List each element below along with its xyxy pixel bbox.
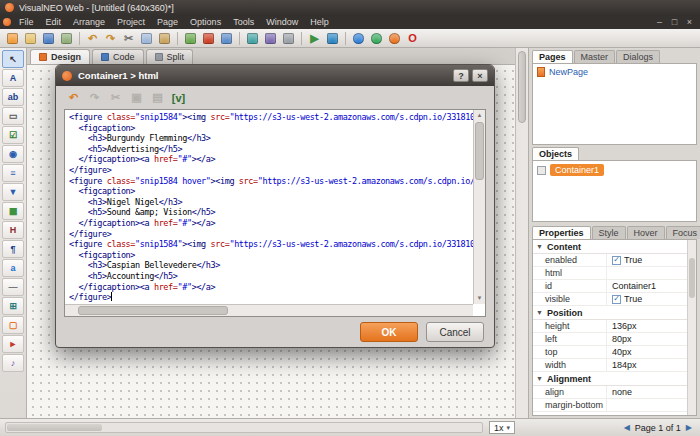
insert-object-icon[interactable] bbox=[244, 30, 261, 46]
property-section-position[interactable]: ▼Position bbox=[533, 306, 696, 320]
grid-icon[interactable] bbox=[280, 30, 297, 46]
checkbox-tool-button[interactable]: ☑ bbox=[2, 126, 24, 144]
menu-options[interactable]: Options bbox=[184, 17, 227, 27]
publish-icon[interactable] bbox=[324, 30, 341, 46]
tab-design[interactable]: Design bbox=[30, 49, 90, 64]
properties-tab-hover[interactable]: Hover bbox=[627, 226, 665, 239]
properties-tab-focus[interactable]: Focus bbox=[666, 226, 700, 239]
property-value[interactable]: ✓True bbox=[607, 294, 696, 304]
image-tool-button[interactable]: ▦ bbox=[2, 202, 24, 220]
menu-edit[interactable]: Edit bbox=[40, 17, 68, 27]
redo-icon[interactable]: ↷ bbox=[102, 30, 119, 46]
properties-tab-properties[interactable]: Properties bbox=[532, 226, 591, 239]
pointer-tool-button[interactable]: ↖ bbox=[2, 50, 24, 68]
property-section-content[interactable]: ▼Content bbox=[533, 240, 696, 254]
radio-tool-button[interactable]: ◉ bbox=[2, 145, 24, 163]
combobox-tool-button[interactable]: ▼ bbox=[2, 183, 24, 201]
textbox-tool-button[interactable]: ab bbox=[2, 88, 24, 106]
label-tool-button[interactable]: A bbox=[2, 69, 24, 87]
cut-icon[interactable]: ✂ bbox=[107, 89, 124, 106]
properties-scrollbar-thumb[interactable] bbox=[689, 258, 695, 298]
open-project-icon[interactable] bbox=[22, 30, 39, 46]
browser-opera-icon[interactable]: O bbox=[404, 30, 421, 46]
cancel-button[interactable]: Cancel bbox=[426, 322, 484, 342]
canvas-vertical-scrollbar[interactable] bbox=[515, 48, 528, 418]
code-editor-text[interactable]: <figure class="snip1584"><img src="https… bbox=[65, 110, 473, 304]
checkbox-checked-icon[interactable]: ✓ bbox=[612, 256, 621, 265]
button-tool-button[interactable]: ▭ bbox=[2, 107, 24, 125]
browser-firefox-icon[interactable] bbox=[386, 30, 403, 46]
dialog-titlebar[interactable]: Container1 > html ? × bbox=[56, 65, 494, 86]
canvas-vertical-scrollbar-thumb[interactable] bbox=[518, 51, 526, 123]
audio-tool-button[interactable]: ♪ bbox=[2, 354, 24, 372]
property-value[interactable]: ✓True bbox=[607, 255, 696, 265]
cut-icon[interactable]: ✂ bbox=[120, 30, 137, 46]
listbox-tool-button[interactable]: ≡ bbox=[2, 164, 24, 182]
menu-file[interactable]: File bbox=[13, 17, 40, 27]
scroll-down-icon[interactable]: ▼ bbox=[474, 293, 485, 304]
property-value[interactable]: 136px bbox=[607, 321, 696, 331]
browser-chrome-icon[interactable] bbox=[368, 30, 385, 46]
properties-scrollbar[interactable] bbox=[687, 240, 696, 415]
paragraph-tool-button[interactable]: ¶ bbox=[2, 240, 24, 258]
property-value[interactable]: none bbox=[607, 387, 696, 397]
code-vertical-scrollbar-thumb[interactable] bbox=[475, 122, 484, 180]
new-project-icon[interactable] bbox=[4, 30, 21, 46]
validate-html-icon[interactable]: [v] bbox=[170, 89, 187, 106]
property-value[interactable]: Container1 bbox=[607, 281, 696, 291]
paste-icon[interactable]: ▤ bbox=[149, 89, 166, 106]
page-properties-icon[interactable] bbox=[218, 30, 235, 46]
object-item[interactable]: Container1 bbox=[533, 161, 696, 179]
video-tool-button[interactable]: ► bbox=[2, 335, 24, 353]
menu-page[interactable]: Page bbox=[151, 17, 184, 27]
minimize-button[interactable]: – bbox=[654, 17, 665, 27]
pages-tab-master[interactable]: Master bbox=[574, 50, 616, 63]
ok-button[interactable]: OK bbox=[360, 322, 418, 342]
browser-ie-icon[interactable] bbox=[350, 30, 367, 46]
paste-icon[interactable] bbox=[156, 30, 173, 46]
properties-tab-style[interactable]: Style bbox=[592, 226, 626, 239]
prev-page-button[interactable]: ◀ bbox=[624, 423, 630, 432]
objects-tab[interactable]: Objects bbox=[532, 147, 579, 160]
canvas-horizontal-scrollbar[interactable] bbox=[5, 422, 483, 433]
undo-icon[interactable]: ↶ bbox=[65, 89, 82, 106]
heading-tool-button[interactable]: H bbox=[2, 221, 24, 239]
close-button[interactable]: × bbox=[684, 17, 695, 27]
property-value[interactable]: 80px bbox=[607, 334, 696, 344]
dialog-close-button[interactable]: × bbox=[472, 69, 488, 82]
copy-icon[interactable] bbox=[138, 30, 155, 46]
code-horizontal-scrollbar-thumb[interactable] bbox=[78, 306, 228, 315]
menu-help[interactable]: Help bbox=[304, 17, 335, 27]
menu-project[interactable]: Project bbox=[111, 17, 151, 27]
code-horizontal-scrollbar[interactable] bbox=[65, 304, 473, 316]
property-value[interactable]: 184px bbox=[607, 360, 696, 370]
property-value[interactable]: 40px bbox=[607, 347, 696, 357]
scroll-up-icon[interactable]: ▲ bbox=[474, 110, 485, 121]
pages-tab-pages[interactable]: Pages bbox=[532, 50, 573, 63]
dialog-help-button[interactable]: ? bbox=[453, 69, 469, 82]
maximize-button[interactable]: □ bbox=[669, 17, 680, 27]
save-project-icon[interactable] bbox=[40, 30, 57, 46]
hr-tool-button[interactable]: — bbox=[2, 278, 24, 296]
page-item[interactable]: NewPage bbox=[533, 64, 696, 80]
code-editor[interactable]: <figure class="snip1584"><img src="https… bbox=[64, 109, 486, 317]
delete-page-icon[interactable] bbox=[200, 30, 217, 46]
copy-icon[interactable]: ▣ bbox=[128, 89, 145, 106]
next-page-button[interactable]: ▶ bbox=[686, 423, 692, 432]
container-tool-button[interactable]: ▢ bbox=[2, 316, 24, 334]
align-icon[interactable] bbox=[262, 30, 279, 46]
zoom-select[interactable]: 1x ▾ bbox=[489, 421, 515, 434]
redo-icon[interactable]: ↷ bbox=[86, 89, 103, 106]
menu-arrange[interactable]: Arrange bbox=[67, 17, 111, 27]
run-preview-icon[interactable]: ▶ bbox=[306, 30, 323, 46]
menu-window[interactable]: Window bbox=[260, 17, 304, 27]
table-tool-button[interactable]: ⊞ bbox=[2, 297, 24, 315]
menu-tools[interactable]: Tools bbox=[227, 17, 260, 27]
tab-code[interactable]: Code bbox=[92, 49, 144, 64]
property-section-alignment[interactable]: ▼Alignment bbox=[533, 372, 696, 386]
add-page-icon[interactable] bbox=[182, 30, 199, 46]
checkbox-checked-icon[interactable]: ✓ bbox=[612, 295, 621, 304]
tab-split[interactable]: Split bbox=[146, 49, 194, 64]
code-vertical-scrollbar[interactable]: ▲ ▼ bbox=[473, 110, 485, 304]
pages-tab-dialogs[interactable]: Dialogs bbox=[616, 50, 660, 63]
